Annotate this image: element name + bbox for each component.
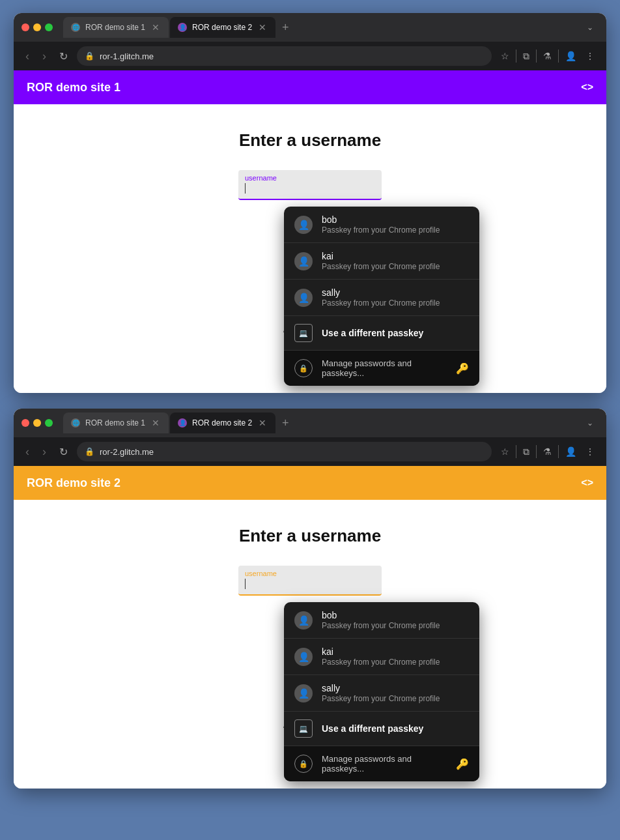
passkey-sub-kai-2: Passkey from your Chrome profile (322, 658, 440, 667)
device-icon-2: 💻 (294, 719, 313, 738)
extensions-button[interactable]: ⧉ (519, 48, 533, 65)
site-title-2: ROR demo site 2 (27, 476, 120, 490)
tab-close-1[interactable]: ✕ (150, 22, 161, 33)
passkey-text-sally: sally Passkey from your Chrome profile (322, 287, 440, 308)
passkey-name-kai: kai (322, 251, 440, 261)
menu-button-2[interactable]: ⋮ (582, 444, 599, 459)
tab-ror-demo-site-1[interactable]: 🌐 ROR demo site 1 ✕ (63, 17, 169, 38)
username-form-2: username 👤 bob Passkey from your Chrome … (27, 566, 593, 762)
tab-dropdown-button[interactable]: ⌄ (582, 20, 599, 35)
lab-icon-2: ⚗ (543, 446, 552, 457)
close-button[interactable] (21, 23, 29, 31)
page-title-2: Enter a username (27, 526, 593, 546)
manage-label-2: Manage passwords and passkeys... (322, 754, 447, 774)
site-header-code-icon[interactable]: <> (581, 81, 593, 93)
passkey-item-bob[interactable]: 👤 bob Passkey from your Chrome profile (284, 207, 479, 243)
separator-2c (558, 445, 559, 458)
star-button-2[interactable]: ☆ (497, 444, 513, 459)
extensions-button-2[interactable]: ⧉ (519, 444, 533, 460)
tab-label-2: ROR demo site 2 (192, 23, 252, 32)
lab-button[interactable]: ⚗ (539, 48, 556, 64)
site-header-1: ROR demo site 1 <> (14, 70, 606, 104)
close-button-2[interactable] (21, 419, 29, 427)
lab-icon: ⚗ (543, 51, 552, 61)
passkey-item-sally[interactable]: 👤 sally Passkey from your Chrome profile (284, 280, 479, 316)
use-different-passkey-item[interactable]: 💻 Use a different passkey (284, 316, 479, 351)
profile-button[interactable]: 👤 (561, 48, 580, 64)
shield-icon-2: 🔒 (294, 755, 313, 773)
star-icon: ☆ (501, 51, 509, 61)
tab-bar-2: 🌐 ROR demo site 1 ✕ 👤 ROR demo site 2 ✕ … (63, 413, 599, 433)
address-bar-icons-1: ☆ ⧉ ⚗ 👤 ⋮ (497, 48, 599, 65)
forward-button-2[interactable]: › (38, 442, 50, 461)
menu-button[interactable]: ⋮ (582, 48, 599, 64)
address-bar-2: ‹ › ↻ 🔒 ror-2.glitch.me ☆ ⧉ ⚗ 👤 (14, 437, 606, 466)
back-button[interactable]: ‹ (21, 47, 33, 66)
manage-passwords-item-2[interactable]: 🔒 Manage passwords and passkeys... 🔑 (284, 746, 479, 781)
tab-favicon-1: 🌐 (71, 23, 80, 32)
passkey-name-sally-2: sally (322, 683, 440, 693)
username-input-2[interactable] (238, 566, 382, 596)
google-key-icon-2: 🔑 (456, 758, 469, 770)
star-button[interactable]: ☆ (497, 48, 513, 64)
tab-label-win2-1: ROR demo site 1 (85, 418, 145, 427)
passkey-item-kai[interactable]: 👤 kai Passkey from your Chrome profile (284, 243, 479, 280)
new-tab-button-2[interactable]: + (277, 414, 294, 433)
passkey-item-bob-2[interactable]: 👤 bob Passkey from your Chrome profile (284, 602, 479, 639)
maximize-button[interactable] (45, 23, 53, 31)
separator (516, 50, 516, 63)
forward-button[interactable]: › (38, 47, 50, 66)
url-bar-2[interactable]: 🔒 ror-2.glitch.me (77, 442, 492, 461)
tab-ror-demo-site-2[interactable]: 👤 ROR demo site 2 ✕ (170, 17, 275, 38)
username-input-wrapper-2: username (238, 566, 382, 596)
site-header-code-icon-2[interactable]: <> (581, 477, 593, 489)
passkey-sub-bob-2: Passkey from your Chrome profile (322, 621, 440, 630)
url-bar-1[interactable]: 🔒 ror-1.glitch.me (77, 46, 492, 66)
passkey-item-sally-2[interactable]: 👤 sally Passkey from your Chrome profile (284, 675, 479, 712)
username-form-1: username 👤 bob Passkey from your Chrome … (27, 170, 593, 367)
tab-close-2[interactable]: ✕ (257, 22, 268, 33)
browser-window-1: 🌐 ROR demo site 1 ✕ 👤 ROR demo site 2 ✕ … (14, 13, 606, 393)
passkey-text-bob: bob Passkey from your Chrome profile (322, 214, 440, 235)
manage-passwords-item[interactable]: 🔒 Manage passwords and passkeys... 🔑 (284, 351, 479, 386)
page-content-2: Enter a username username 👤 bob Passkey … (14, 500, 606, 789)
username-input-1[interactable] (238, 170, 382, 200)
tab-dropdown-button-2[interactable]: ⌄ (582, 416, 599, 430)
profile-button-2[interactable]: 👤 (561, 444, 580, 459)
star-icon-2: ☆ (501, 446, 509, 457)
passkey-name-bob: bob (322, 214, 440, 225)
url-text-2: ror-2.glitch.me (100, 447, 154, 457)
browser-window-2: 🌐 ROR demo site 1 ✕ 👤 ROR demo site 2 ✕ … (14, 409, 606, 789)
passkey-user-icon-bob: 👤 (294, 216, 313, 234)
extensions-icon: ⧉ (523, 51, 529, 61)
google-key-icon: 🔑 (456, 362, 469, 375)
maximize-button-2[interactable] (45, 419, 53, 427)
passkey-sub-kai: Passkey from your Chrome profile (322, 262, 440, 271)
tab-favicon-2: 👤 (178, 23, 187, 32)
username-input-wrapper-1: username (238, 170, 382, 200)
use-different-text-2: Use a different passkey (322, 723, 423, 734)
separator-2a (516, 445, 516, 458)
minimize-button-2[interactable] (33, 419, 41, 427)
passkey-dropdown-1: 👤 bob Passkey from your Chrome profile 👤… (284, 207, 479, 386)
tab-close-win2-1[interactable]: ✕ (150, 418, 161, 428)
tab-ror-demo-site-1-win2[interactable]: 🌐 ROR demo site 1 ✕ (63, 413, 169, 433)
back-icon: ‹ (25, 50, 29, 63)
tab-ror-demo-site-2-win2[interactable]: 👤 ROR demo site 2 ✕ (170, 413, 275, 433)
tab-close-win2-2[interactable]: ✕ (257, 418, 268, 428)
minimize-button[interactable] (33, 23, 41, 31)
site-header-2: ROR demo site 2 <> (14, 466, 606, 500)
passkey-item-kai-2[interactable]: 👤 kai Passkey from your Chrome profile (284, 639, 479, 675)
lab-button-2[interactable]: ⚗ (539, 444, 556, 459)
passkey-dropdown-2: 👤 bob Passkey from your Chrome profile 👤… (284, 602, 479, 781)
refresh-button[interactable]: ↻ (55, 48, 72, 65)
profile-icon: 👤 (565, 51, 576, 61)
menu-icon: ⋮ (585, 51, 595, 61)
separator2 (536, 50, 537, 63)
new-tab-button[interactable]: + (277, 18, 294, 37)
refresh-button-2[interactable]: ↻ (55, 443, 72, 461)
extensions-icon-2: ⧉ (523, 446, 529, 457)
back-button-2[interactable]: ‹ (21, 442, 33, 461)
url-text-1: ror-1.glitch.me (100, 51, 154, 61)
use-different-passkey-item-2[interactable]: 💻 Use a different passkey (284, 712, 479, 746)
